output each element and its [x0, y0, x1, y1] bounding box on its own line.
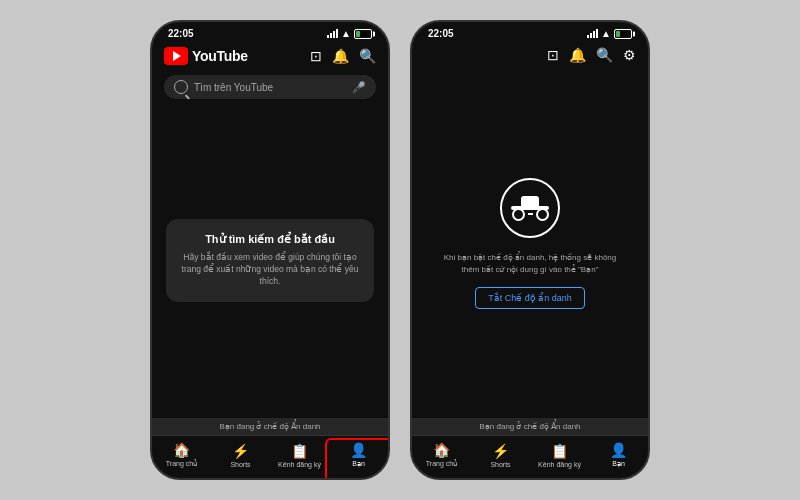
logo-area: YouTube: [164, 47, 248, 65]
incognito-description: Khi bạn bật chế độ ẩn danh, hệ thống sẽ …: [426, 252, 634, 274]
right-phone: 22:05 ▲ 28 ⊡ 🔔 🔍 ⚙: [410, 20, 650, 480]
cast-icon-right[interactable]: ⊡: [547, 47, 559, 63]
turn-off-incognito-button[interactable]: Tắt Chế độ ẩn danh: [475, 287, 585, 309]
nav-home-left[interactable]: 🏠 Trang chủ: [152, 442, 211, 468]
incognito-avatar: [500, 178, 560, 238]
signal-icon-right: [587, 29, 598, 38]
bottom-nav-right: 🏠 Trang chủ ⚡ Shorts 📋 Kênh đăng ký 👤 Bạ…: [412, 435, 648, 478]
youtube-logo: [164, 47, 188, 65]
subscriptions-icon-right: 📋: [551, 443, 568, 459]
battery-icon: 28: [354, 29, 372, 39]
status-time-left: 22:05: [168, 28, 194, 39]
youtube-title: YouTube: [192, 48, 248, 64]
incognito-banner-right: Bạn đang ở chế độ Ẩn danh: [412, 418, 648, 435]
you-icon-left: 👤: [350, 442, 367, 458]
shorts-label-left: Shorts: [230, 461, 250, 468]
search-placeholder: Tìm trên YouTube: [194, 82, 346, 93]
subscriptions-label-left: Kênh đăng ký: [278, 461, 321, 468]
card-description: Hãy bắt đầu xem video để giúp chúng tôi …: [180, 252, 360, 288]
wifi-icon: ▲: [341, 28, 351, 39]
shorts-label-right: Shorts: [490, 461, 510, 468]
search-icon-right[interactable]: 🔍: [596, 47, 613, 63]
card-title: Thử tìm kiếm để bắt đầu: [180, 233, 360, 246]
home-icon-left: 🏠: [173, 442, 190, 458]
subscriptions-icon-left: 📋: [291, 443, 308, 459]
nav-you-left[interactable]: 👤 Bạn: [329, 442, 388, 468]
settings-icon-right[interactable]: ⚙: [623, 47, 636, 63]
hat-brim: [511, 206, 549, 210]
search-circle-icon: [174, 80, 188, 94]
nav-home-right[interactable]: 🏠 Trang chủ: [412, 442, 471, 468]
battery-icon-right: 28: [614, 29, 632, 39]
header-icons-left: ⊡ 🔔 🔍: [310, 48, 376, 64]
you-icon-right: 👤: [610, 442, 627, 458]
play-icon: [173, 51, 181, 61]
shorts-icon-right: ⚡: [492, 443, 509, 459]
home-icon-right: 🏠: [433, 442, 450, 458]
status-time-right: 22:05: [428, 28, 454, 39]
home-label-right: Trang chủ: [426, 460, 457, 468]
mic-icon[interactable]: 🎤: [352, 81, 366, 94]
wifi-icon-right: ▲: [601, 28, 611, 39]
main-content-left: Thử tìm kiếm để bắt đầu Hãy bắt đầu xem …: [152, 103, 388, 418]
incognito-banner-left: Bạn đang ở chế độ Ẩn danh: [152, 418, 388, 435]
nav-shorts-right[interactable]: ⚡ Shorts: [471, 443, 530, 468]
you-label-right: Bạn: [612, 460, 625, 468]
bottom-nav-left: 🏠 Trang chủ ⚡ Shorts 📋 Kênh đăng ký 👤 Bạ…: [152, 435, 388, 478]
nav-you-right[interactable]: 👤 Bạn: [589, 442, 648, 468]
search-icon[interactable]: 🔍: [359, 48, 376, 64]
search-bar[interactable]: Tìm trên YouTube 🎤: [164, 75, 376, 99]
header-icons-right: ⊡ 🔔 🔍 ⚙: [547, 47, 636, 63]
notification-icon-right[interactable]: 🔔: [569, 47, 586, 63]
left-phone: 22:05 ▲ 28 YouTube ⊡ 🔔 🔍: [150, 20, 390, 480]
notification-icon[interactable]: 🔔: [332, 48, 349, 64]
hat-icon: [511, 196, 549, 210]
try-search-card: Thử tìm kiếm để bắt đầu Hãy bắt đầu xem …: [166, 219, 374, 302]
nav-subscriptions-right[interactable]: 📋 Kênh đăng ký: [530, 443, 589, 468]
status-bar-right: 22:05 ▲ 28: [412, 22, 648, 41]
status-icons-left: ▲ 28: [327, 28, 372, 39]
home-label-left: Trang chủ: [166, 460, 197, 468]
nav-shorts-left[interactable]: ⚡ Shorts: [211, 443, 270, 468]
you-label-left: Bạn: [352, 460, 365, 468]
header-right: ⊡ 🔔 🔍 ⚙: [412, 41, 648, 69]
subscriptions-label-right: Kênh đăng ký: [538, 461, 581, 468]
status-icons-right: ▲ 28: [587, 28, 632, 39]
shorts-icon-left: ⚡: [232, 443, 249, 459]
status-bar-left: 22:05 ▲ 28: [152, 22, 388, 41]
cast-icon[interactable]: ⊡: [310, 48, 322, 64]
incognito-content: Khi bạn bật chế độ ẩn danh, hệ thống sẽ …: [412, 69, 648, 418]
header-left: YouTube ⊡ 🔔 🔍: [152, 41, 388, 71]
glass-bridge: [528, 213, 533, 215]
signal-icon: [327, 29, 338, 38]
nav-subscriptions-left[interactable]: 📋 Kênh đăng ký: [270, 443, 329, 468]
